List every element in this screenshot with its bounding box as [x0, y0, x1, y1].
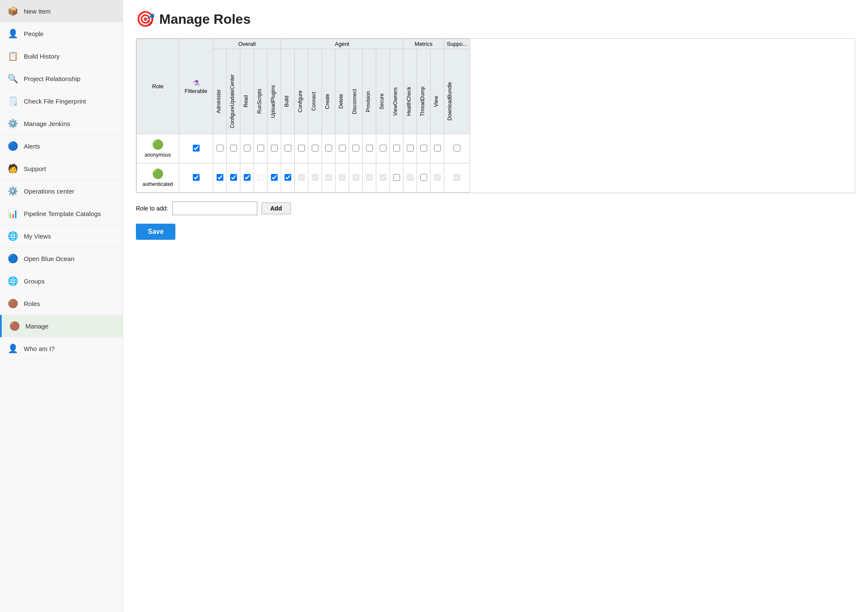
sidebar-item-project-relationship[interactable]: 🔍Project Relationship — [0, 67, 123, 90]
col-header-create: Create — [322, 49, 335, 134]
agent-cb-anonymous-5[interactable] — [349, 134, 363, 163]
overall-cb-authenticated-1[interactable] — [227, 163, 240, 193]
people-icon: 👤 — [7, 28, 19, 39]
build-history-label: Build History — [24, 53, 59, 60]
col-header-uploadplugins: UploadPlugins — [268, 49, 281, 134]
sidebar-item-pipeline-template-catalogs[interactable]: 📊Pipeline Template Catalogs — [0, 202, 123, 225]
overall-cb-authenticated-3 — [254, 163, 268, 193]
roles-table-wrapper: Role ⚗ Filterable Overall Agent Metrics — [136, 38, 855, 193]
pipeline-template-catalogs-icon: 📊 — [7, 208, 19, 219]
alerts-label: Alerts — [24, 143, 40, 150]
page-header: 🎯 Manage Roles — [136, 10, 855, 28]
metrics-cb-authenticated-1[interactable] — [417, 163, 431, 193]
overall-cb-anonymous-3[interactable] — [254, 134, 268, 163]
sidebar-item-manage[interactable]: 🟤Manage — [0, 315, 123, 337]
metrics-cb-anonymous-2[interactable] — [431, 134, 444, 163]
build-history-icon: 📋 — [7, 50, 19, 62]
sidebar-item-groups[interactable]: 🌐Groups — [0, 270, 123, 292]
manage-label: Manage — [25, 323, 48, 330]
sidebar-item-support[interactable]: 🧑Support — [0, 157, 123, 180]
col-header-disconnect: Disconnect — [349, 49, 363, 134]
col-header-administer: Administer — [213, 49, 227, 134]
overall-cb-authenticated-2[interactable] — [240, 163, 254, 193]
agent-cb-authenticated-6 — [363, 163, 376, 193]
col-header-secure: Secure — [376, 49, 390, 134]
sidebar-item-operations-center[interactable]: ⚙️Operations center — [0, 180, 123, 202]
open-blue-ocean-label: Open Blue Ocean — [24, 255, 74, 262]
col-header-runscripts: RunScripts — [254, 49, 268, 134]
metrics-group-header: Metrics — [403, 39, 444, 49]
agent-cb-authenticated-8[interactable] — [390, 163, 403, 193]
filterable-cell-authenticated[interactable] — [179, 163, 213, 193]
overall-cb-anonymous-0[interactable] — [213, 134, 227, 163]
overall-cb-authenticated-0[interactable] — [213, 163, 227, 193]
col-header-delete: Delete — [335, 49, 349, 134]
agent-cb-anonymous-8[interactable] — [390, 134, 403, 163]
groups-icon: 🌐 — [7, 275, 19, 287]
pipeline-template-catalogs-label: Pipeline Template Catalogs — [24, 210, 101, 217]
who-am-i-label: Who am I? — [24, 345, 55, 352]
overall-cb-anonymous-1[interactable] — [227, 134, 240, 163]
filter-icon: ⚗ — [193, 79, 200, 87]
role-add-section: Role to add: Add — [136, 202, 855, 215]
agent-cb-anonymous-2[interactable] — [308, 134, 322, 163]
metrics-cb-authenticated-2 — [431, 163, 444, 193]
metrics-cb-anonymous-1[interactable] — [417, 134, 431, 163]
agent-cb-anonymous-6[interactable] — [363, 134, 376, 163]
manage-icon: 🟤 — [8, 320, 20, 332]
agent-cb-authenticated-3 — [322, 163, 335, 193]
col-header-downloadbundle: DownloadBundle — [444, 49, 470, 134]
roles-label: Roles — [24, 300, 40, 307]
col-header-threaddump: ThreadDump — [417, 49, 431, 134]
add-role-button[interactable]: Add — [262, 202, 291, 214]
col-header-configureupdatecenter: ConfigureUpdateCenter — [227, 49, 240, 134]
sidebar-item-alerts[interactable]: 🔵Alerts — [0, 135, 123, 157]
role-to-add-input[interactable] — [172, 202, 257, 215]
agent-group-header: Agent — [281, 39, 403, 49]
alerts-icon: 🔵 — [7, 140, 19, 152]
sidebar-item-manage-jenkins[interactable]: ⚙️Manage Jenkins — [0, 112, 123, 135]
sidebar-item-people[interactable]: 👤People — [0, 22, 123, 45]
project-relationship-label: Project Relationship — [24, 75, 80, 82]
agent-cb-authenticated-2 — [308, 163, 322, 193]
sidebar: 📦New Item👤People📋Build History🔍Project R… — [0, 0, 123, 612]
overall-group-header: Overall — [213, 39, 281, 49]
support-cb-anonymous-0[interactable] — [444, 134, 470, 163]
overall-cb-authenticated-4[interactable] — [268, 163, 281, 193]
filterable-checkbox-authenticated[interactable] — [193, 174, 200, 181]
role-to-add-label: Role to add: — [136, 205, 168, 212]
row-authenticated: 🟢authenticated — [137, 163, 470, 193]
sidebar-item-roles[interactable]: 🟤Roles — [0, 292, 123, 315]
roles-icon: 🟤 — [7, 298, 19, 309]
sidebar-item-open-blue-ocean[interactable]: 🔵Open Blue Ocean — [0, 247, 123, 270]
filterable-checkbox-anonymous[interactable] — [193, 145, 200, 152]
page-title-icon: 🎯 — [136, 10, 155, 28]
col-header-connect: Connect — [308, 49, 322, 134]
sidebar-item-my-views[interactable]: 🌐My Views — [0, 225, 123, 247]
col-header-healthcheck: HealthCheck — [403, 49, 417, 134]
agent-cb-anonymous-1[interactable] — [295, 134, 308, 163]
sidebar-item-check-file-fingerprint[interactable]: 🗒️Check File Fingerprint — [0, 90, 123, 112]
who-am-i-icon: 👤 — [7, 342, 19, 354]
manage-jenkins-label: Manage Jenkins — [24, 120, 70, 127]
metrics-cb-anonymous-0[interactable] — [403, 134, 417, 163]
agent-cb-anonymous-7[interactable] — [376, 134, 390, 163]
overall-cb-anonymous-4[interactable] — [268, 134, 281, 163]
sidebar-item-build-history[interactable]: 📋Build History — [0, 45, 123, 67]
sidebar-item-who-am-i[interactable]: 👤Who am I? — [0, 337, 123, 360]
filterable-cell-anonymous[interactable] — [179, 134, 213, 163]
check-file-fingerprint-icon: 🗒️ — [7, 95, 19, 107]
save-button[interactable]: Save — [136, 224, 175, 240]
new-item-label: New Item — [24, 8, 51, 15]
agent-cb-anonymous-4[interactable] — [335, 134, 349, 163]
sidebar-item-new-item[interactable]: 📦New Item — [0, 0, 123, 22]
agent-cb-anonymous-3[interactable] — [322, 134, 335, 163]
open-blue-ocean-icon: 🔵 — [7, 253, 19, 264]
support-cb-authenticated-0 — [444, 163, 470, 193]
overall-cb-anonymous-2[interactable] — [240, 134, 254, 163]
col-header-view: View — [431, 49, 444, 134]
main-content: 🎯 Manage Roles Role ⚗ Filterable Overall — [123, 0, 868, 612]
agent-cb-authenticated-4 — [335, 163, 349, 193]
agent-cb-anonymous-0[interactable] — [281, 134, 295, 163]
agent-cb-authenticated-0[interactable] — [281, 163, 295, 193]
